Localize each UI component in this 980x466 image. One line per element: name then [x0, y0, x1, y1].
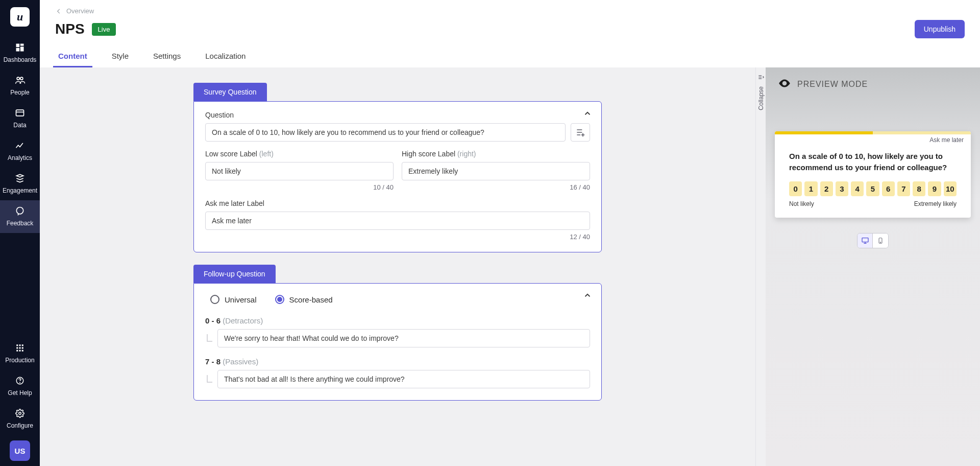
- svg-point-22: [880, 242, 880, 242]
- engagement-icon: [14, 173, 26, 184]
- list-plus-icon: [575, 127, 585, 137]
- passives-label: 7 - 8 (Passives): [205, 357, 590, 366]
- sidebar-item-production[interactable]: Production: [0, 337, 40, 370]
- svg-point-19: [19, 412, 21, 415]
- sidebar-item-analytics[interactable]: Analytics: [0, 135, 40, 168]
- editor-column: Survey Question Question: [40, 67, 755, 466]
- sidebar-item-data[interactable]: Data: [0, 102, 40, 135]
- question-label: Question: [205, 111, 590, 119]
- device-desktop-button[interactable]: [857, 234, 873, 248]
- logo[interactable]: u: [10, 7, 30, 27]
- sidebar-label: Get Help: [8, 389, 32, 397]
- tab-style[interactable]: Style: [110, 48, 131, 67]
- svg-rect-20: [862, 238, 868, 242]
- svg-rect-13: [22, 347, 23, 349]
- scale-btn-5[interactable]: 5: [866, 181, 879, 196]
- survey-question-card: Question Low score Label (left): [193, 101, 602, 252]
- analytics-icon: [14, 140, 26, 151]
- tab-localization[interactable]: Localization: [203, 48, 248, 67]
- status-badge: Live: [92, 23, 116, 36]
- low-score-counter: 10 / 40: [205, 183, 394, 191]
- scale-btn-8[interactable]: 8: [913, 181, 925, 196]
- scale-btn-1[interactable]: 1: [804, 181, 817, 196]
- low-score-input[interactable]: [205, 162, 394, 180]
- unpublish-button[interactable]: Unpublish: [915, 20, 965, 38]
- svg-rect-8: [16, 344, 18, 346]
- collapse-card-button[interactable]: [583, 291, 592, 301]
- high-score-input[interactable]: [402, 162, 590, 180]
- survey-question-tab[interactable]: Survey Question: [193, 83, 267, 101]
- sidebar-item-gethelp[interactable]: Get Help: [0, 370, 40, 403]
- scale-btn-0[interactable]: 0: [789, 181, 802, 196]
- apps-icon: [14, 342, 26, 354]
- radio-label: Score-based: [289, 295, 333, 304]
- sidebar-item-engagement[interactable]: Engagement: [0, 168, 40, 200]
- asklater-counter: 12 / 40: [205, 233, 590, 241]
- svg-rect-6: [16, 110, 24, 116]
- sidebar-item-people[interactable]: People: [0, 69, 40, 102]
- svg-rect-16: [22, 350, 23, 352]
- topbar: Overview NPS Live Unpublish Content Styl…: [40, 0, 980, 67]
- low-score-label: Low score Label (left): [205, 150, 394, 158]
- high-score-label: High score Label (right): [402, 150, 590, 158]
- svg-rect-14: [16, 350, 18, 352]
- preview-question: On a scale of 0 to 10, how likely are yo…: [789, 151, 957, 173]
- scale-btn-4[interactable]: 4: [851, 181, 864, 196]
- preview-low-label: Not likely: [789, 200, 814, 207]
- passives-input[interactable]: [217, 370, 590, 388]
- survey-widget: Ask me later On a scale of 0 to 10, how …: [775, 131, 971, 218]
- device-toggle: [857, 233, 889, 248]
- detractors-input[interactable]: [217, 329, 590, 347]
- tree-connector-icon: [205, 329, 217, 348]
- radio-label: Universal: [225, 295, 257, 304]
- radio-icon: [210, 295, 219, 304]
- scale-row: 0 1 2 3 4 5 6 7 8 9 10: [789, 181, 957, 196]
- breadcrumb-label: Overview: [66, 7, 94, 15]
- sidebar-item-feedback[interactable]: Feedback: [0, 200, 40, 233]
- scale-btn-2[interactable]: 2: [820, 181, 833, 196]
- chevron-up-icon: [583, 291, 592, 300]
- gear-icon: [14, 408, 26, 419]
- dashboard-icon: [14, 42, 26, 53]
- collapse-card-button[interactable]: [583, 109, 592, 120]
- svg-point-18: [20, 382, 20, 383]
- svg-rect-9: [19, 344, 21, 346]
- asklater-input[interactable]: [205, 212, 590, 230]
- question-input[interactable]: [205, 123, 566, 142]
- radio-universal[interactable]: Universal: [210, 295, 257, 304]
- svg-rect-1: [20, 44, 24, 46]
- preview-title: PREVIEW MODE: [797, 80, 868, 89]
- ask-me-later-link[interactable]: Ask me later: [929, 136, 964, 144]
- people-icon: [14, 75, 26, 86]
- help-icon: [14, 375, 26, 386]
- scale-btn-10[interactable]: 10: [944, 181, 957, 196]
- sidebar-item-dashboards[interactable]: Dashboards: [0, 37, 40, 69]
- tab-content[interactable]: Content: [56, 48, 89, 67]
- svg-rect-3: [16, 48, 20, 52]
- data-icon: [14, 107, 26, 119]
- insert-variable-button[interactable]: [571, 123, 590, 142]
- tree-connector-icon: [205, 370, 217, 389]
- sidebar-label: People: [10, 89, 29, 96]
- asklater-label: Ask me later Label: [205, 199, 590, 207]
- radio-icon: [275, 295, 284, 304]
- svg-rect-11: [16, 347, 18, 349]
- radio-scorebased[interactable]: Score-based: [275, 295, 333, 304]
- preview-panel: PREVIEW MODE Ask me later On a scale of …: [766, 67, 980, 466]
- env-chip[interactable]: US: [10, 440, 30, 461]
- sidebar-label: Engagement: [3, 187, 37, 194]
- scale-btn-9[interactable]: 9: [928, 181, 941, 196]
- sidebar-label: Dashboards: [4, 56, 37, 63]
- sidebar-label: Configure: [7, 422, 33, 429]
- scale-btn-7[interactable]: 7: [897, 181, 910, 196]
- collapse-preview-button[interactable]: Collapse: [755, 67, 766, 466]
- tab-settings[interactable]: Settings: [151, 48, 183, 67]
- scale-btn-3[interactable]: 3: [836, 181, 848, 196]
- followup-question-tab[interactable]: Follow-up Question: [193, 265, 276, 283]
- scale-btn-6[interactable]: 6: [882, 181, 895, 196]
- eye-icon: [778, 77, 791, 91]
- device-mobile-button[interactable]: [873, 234, 888, 248]
- breadcrumb[interactable]: Overview: [55, 7, 94, 15]
- sidebar-label: Data: [13, 122, 26, 129]
- sidebar-item-configure[interactable]: Configure: [0, 403, 40, 435]
